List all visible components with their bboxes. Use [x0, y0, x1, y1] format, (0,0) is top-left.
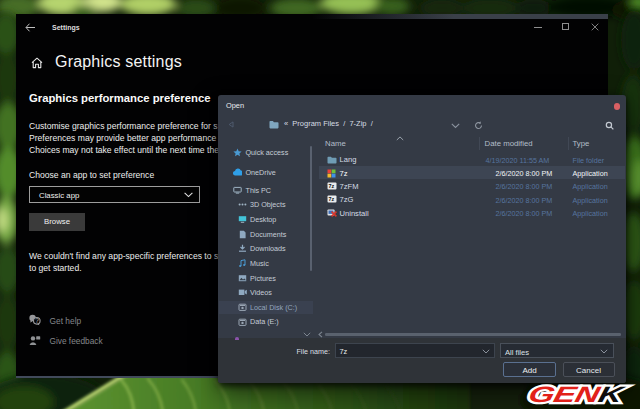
svg-text:7z: 7z — [328, 196, 334, 202]
svg-text:?: ? — [35, 317, 39, 324]
svg-text:7z: 7z — [328, 183, 334, 189]
